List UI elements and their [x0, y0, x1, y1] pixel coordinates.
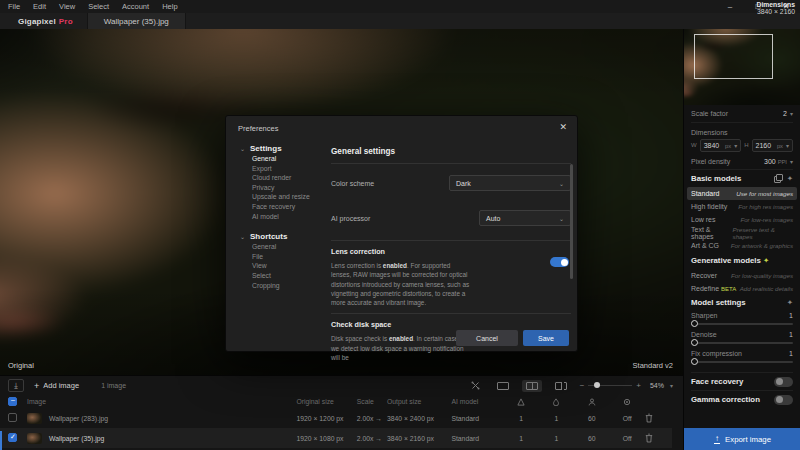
dialog-close-icon[interactable]: ✕ — [559, 122, 567, 132]
dimensions-section-label: Dimensions — [691, 123, 793, 136]
side-by-side-view-icon[interactable] — [551, 380, 571, 392]
ai-processor-row: AI processor Auto⌄ — [331, 210, 571, 226]
add-image-button[interactable]: + Add image — [34, 381, 79, 391]
zoom-in-icon[interactable]: + — [636, 381, 641, 390]
scale-factor-row: Scale factor 2▾ — [691, 105, 793, 123]
menu-edit[interactable]: Edit — [33, 2, 46, 11]
model-recover[interactable]: RecoverFor low-quality images — [687, 269, 797, 282]
fix-compression-slider[interactable]: Fix compression1 — [691, 348, 793, 367]
pixel-density-select[interactable]: 300 PPI▾ — [764, 158, 793, 165]
zoom-out-icon[interactable]: − — [580, 381, 585, 390]
row-checkbox[interactable] — [8, 433, 17, 442]
color-scheme-select[interactable]: Dark⌄ — [449, 175, 571, 191]
model-art-cg[interactable]: Art & CGFor artwork & graphics — [687, 239, 797, 252]
dialog-nav: ⌄ Settings General Export Cloud render P… — [240, 142, 330, 291]
nav-item-general[interactable]: General — [240, 155, 330, 165]
split-view-icon[interactable] — [522, 380, 542, 392]
nav-item-upscale-resize[interactable]: Upscale and resize — [240, 193, 330, 203]
select-all-checkbox[interactable] — [8, 397, 17, 406]
nav-item-face-recovery[interactable]: Face recovery — [240, 203, 330, 213]
delete-row-icon[interactable] — [645, 417, 653, 424]
face-recovery-row: Face recovery — [691, 372, 793, 390]
sharpen-value: 1 — [503, 408, 538, 428]
nav-settings-header[interactable]: ⌄ Settings — [240, 142, 330, 155]
pixel-density-row: Pixel density 300 PPI▾ — [691, 154, 793, 170]
scale-value: 2.00x → — [357, 428, 387, 448]
export-image-button[interactable]: ↑ Export image — [684, 428, 800, 450]
model-high-fidelity[interactable]: High fidelityFor high res images — [687, 200, 797, 213]
model-low-res[interactable]: Low resFor low-res images — [687, 213, 797, 226]
file-thumbnail — [27, 433, 42, 444]
dialog-scrollbar[interactable] — [570, 164, 573, 279]
dimensions-inputs-row: W 3840 px▾ H 2160 px▾ — [691, 136, 793, 154]
menu-file[interactable]: File — [8, 2, 20, 11]
model-redefine[interactable]: RedefineBETA Add realistic details — [687, 282, 797, 295]
menu-help[interactable]: Help — [162, 2, 177, 11]
nav-item-shortcuts-general[interactable]: General — [240, 243, 330, 253]
minimize-icon[interactable]: – — [716, 0, 744, 13]
color-scheme-label: Color scheme — [331, 180, 374, 187]
height-prefix: H — [744, 142, 748, 148]
compare-models-icon[interactable] — [774, 174, 781, 181]
nav-item-cloud-render[interactable]: Cloud render — [240, 174, 330, 184]
face-recovery-toggle[interactable] — [774, 377, 793, 387]
denoise-slider[interactable]: Denoise1 — [691, 329, 793, 348]
gamma-value: Off — [610, 428, 645, 448]
view-mode-label: Original — [8, 361, 34, 370]
nav-shortcuts-header[interactable]: ⌄ Shortcuts — [240, 230, 330, 243]
zoom-level-select[interactable]: 54%▾ — [650, 382, 673, 389]
column-output-size: Output size — [387, 395, 451, 408]
lens-correction-toggle[interactable] — [550, 257, 569, 267]
compare-view-icon[interactable] — [467, 379, 484, 392]
denoise-value: 1 — [539, 408, 574, 428]
delete-row-icon[interactable] — [645, 437, 653, 444]
ai-processor-label: AI processor — [331, 215, 370, 222]
zoom-slider[interactable]: − + — [580, 381, 641, 390]
nav-item-ai-model[interactable]: AI model — [240, 213, 330, 223]
slider-handle[interactable] — [691, 320, 698, 327]
menu-select[interactable]: Select — [88, 2, 109, 11]
menu-view[interactable]: View — [59, 2, 75, 11]
gamma-column-icon — [623, 397, 631, 404]
app-edition-badge: Pro — [59, 17, 73, 26]
scale-factor-label: Scale factor — [691, 110, 728, 117]
auto-settings-icon[interactable]: ✦ — [787, 298, 793, 307]
nav-item-shortcuts-view[interactable]: View — [240, 262, 330, 272]
nav-item-shortcuts-cropping[interactable]: Cropping — [240, 282, 330, 292]
model-text-shapes[interactable]: Text & shapesPreserve text & shapes — [687, 226, 797, 239]
preferences-dialog: Preferences ✕ ⌄ Settings General Export … — [225, 115, 578, 352]
import-queue-icon[interactable]: ⤓ — [8, 379, 24, 392]
slider-handle[interactable] — [691, 358, 698, 365]
nav-item-shortcuts-select[interactable]: Select — [240, 272, 330, 282]
nav-item-privacy[interactable]: Privacy — [240, 184, 330, 194]
ai-model-value: Standard — [451, 408, 503, 428]
single-view-icon[interactable] — [493, 380, 513, 392]
zoom-slider-handle[interactable] — [594, 382, 600, 388]
viewport-rectangle[interactable] — [694, 34, 773, 79]
bottom-toolbar: ⤓ + Add image 1 image − + 54%▾ — [0, 376, 683, 395]
auto-model-icon[interactable]: ✦ — [787, 174, 793, 183]
save-button[interactable]: Save — [523, 330, 569, 346]
file-row-wallpaper-35[interactable]: Wallpaper (35).jpg 1920 × 1080 px 2.00x … — [0, 428, 672, 448]
navigation-thumbnail[interactable] — [684, 29, 800, 105]
file-row-wallpaper-283[interactable]: Wallpaper (283).jpg 1920 × 1200 px 2.00x… — [0, 408, 672, 428]
gamma-correction-toggle[interactable] — [774, 395, 793, 405]
chevron-down-icon: ⌄ — [559, 180, 564, 187]
slider-handle[interactable] — [691, 339, 698, 346]
model-standard[interactable]: StandardUse for most images — [687, 187, 797, 200]
ai-processor-select[interactable]: Auto⌄ — [479, 210, 571, 226]
menu-account[interactable]: Account — [122, 2, 149, 11]
face-recovery-value: 60 — [574, 428, 609, 448]
cancel-button[interactable]: Cancel — [456, 330, 518, 346]
tab-wallpaper-35[interactable]: Wallpaper (35).jpg — [87, 13, 186, 29]
width-input[interactable]: 3840 px▾ — [700, 139, 742, 152]
row-checkbox[interactable] — [8, 413, 17, 422]
nav-item-export[interactable]: Export — [240, 165, 330, 175]
nav-item-shortcuts-file[interactable]: File — [240, 253, 330, 263]
chevron-down-icon: ⌄ — [559, 215, 564, 222]
output-size-value: 3840 × 2160 px — [387, 428, 451, 448]
sharpen-slider[interactable]: Sharpen1 — [691, 310, 793, 329]
beta-badge: BETA — [721, 286, 736, 292]
height-input[interactable]: 2160 px▾ — [752, 139, 794, 152]
scale-factor-select[interactable]: 2▾ — [783, 110, 793, 117]
